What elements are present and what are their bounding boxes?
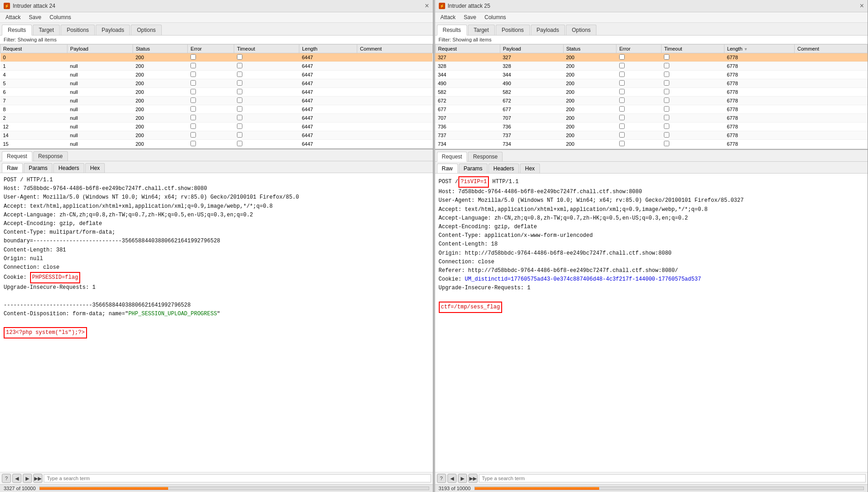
table-row[interactable]: 736 736 200 6778 bbox=[435, 123, 868, 131]
table-row[interactable]: 737 737 200 6778 bbox=[435, 131, 868, 140]
table-row[interactable]: 6 null 200 6447 bbox=[0, 88, 433, 97]
raw-tab-raw-right[interactable]: Raw bbox=[437, 164, 458, 173]
raw-tab-params-left[interactable]: Params bbox=[24, 163, 52, 173]
tab-options-left[interactable]: Options bbox=[131, 25, 161, 35]
col-comment-left[interactable]: Comment bbox=[357, 45, 432, 53]
search-next-btn-right[interactable]: ▶ bbox=[458, 474, 467, 483]
cell-status: 200 bbox=[133, 97, 187, 105]
col-length-left[interactable]: Length bbox=[299, 45, 357, 53]
cell-error bbox=[616, 71, 662, 79]
menu-attack-left[interactable]: Attack bbox=[2, 13, 24, 21]
data-table-right: Request Payload Status Error Timeout Len… bbox=[435, 44, 868, 149]
data-table-left: Request Payload Status Error Timeout Len… bbox=[0, 44, 433, 149]
table-row[interactable]: 15 null 200 6447 bbox=[0, 140, 433, 149]
close-button-right[interactable]: × bbox=[860, 2, 864, 10]
cell-error bbox=[616, 79, 662, 88]
search-clear-btn-left[interactable]: ▶▶ bbox=[33, 474, 42, 483]
tab-target-right[interactable]: Target bbox=[468, 25, 495, 35]
table-row[interactable]: 4 null 200 6447 bbox=[0, 71, 433, 79]
table-row[interactable]: 328 328 200 6778 bbox=[435, 62, 868, 71]
sub-tab-response-left[interactable]: Response bbox=[33, 151, 68, 161]
tab-options-right[interactable]: Options bbox=[566, 25, 596, 35]
search-input-right[interactable] bbox=[479, 474, 866, 482]
col-status-left[interactable]: Status bbox=[133, 45, 187, 53]
table-row[interactable]: 14 null 200 6447 bbox=[0, 131, 433, 140]
col-status-right[interactable]: Status bbox=[563, 45, 616, 53]
tab-results-right[interactable]: Results bbox=[437, 25, 467, 36]
table-row[interactable]: 582 582 200 6778 bbox=[435, 88, 868, 97]
req-line-1: POST / HTTP/1.1 bbox=[4, 176, 429, 184]
tab-positions-left[interactable]: Positions bbox=[61, 25, 95, 35]
table-row[interactable]: 5 null 200 6447 bbox=[0, 79, 433, 88]
search-prev-btn-left[interactable]: ◀ bbox=[12, 474, 21, 483]
cell-status: 200 bbox=[563, 79, 616, 88]
table-row[interactable]: 1 null 200 6447 bbox=[0, 62, 433, 71]
col-request-right[interactable]: Request bbox=[435, 45, 500, 53]
table-row[interactable]: 677 677 200 6778 bbox=[435, 105, 868, 114]
sub-tab-request-right[interactable]: Request bbox=[437, 152, 467, 162]
tab-payloads-left[interactable]: Payloads bbox=[96, 25, 130, 35]
raw-tab-raw-left[interactable]: Raw bbox=[2, 163, 23, 173]
cell-length: 6447 bbox=[299, 105, 357, 114]
cell-payload: null bbox=[67, 88, 133, 97]
search-clear-btn-right[interactable]: ▶▶ bbox=[468, 474, 478, 483]
close-button-left[interactable]: × bbox=[425, 2, 429, 10]
col-error-right[interactable]: Error bbox=[616, 45, 662, 53]
table-row[interactable]: 0 200 6447 bbox=[0, 53, 433, 62]
cell-comment bbox=[357, 105, 432, 114]
menu-attack-right[interactable]: Attack bbox=[437, 13, 459, 21]
table-row[interactable]: 672 672 200 6778 bbox=[435, 97, 868, 105]
table-row[interactable]: 490 490 200 6778 bbox=[435, 79, 868, 88]
cell-status: 200 bbox=[133, 53, 187, 62]
table-row[interactable]: 707 707 200 6778 bbox=[435, 114, 868, 123]
req-r-line-13: Upgrade-Insecure-Requests: 1 bbox=[439, 284, 864, 292]
tab-positions-right[interactable]: Positions bbox=[496, 25, 530, 35]
menu-save-right[interactable]: Save bbox=[460, 13, 480, 21]
main-tabs-right: Results Target Positions Payloads Option… bbox=[435, 23, 868, 36]
col-payload-right[interactable]: Payload bbox=[500, 45, 563, 53]
cell-timeout bbox=[661, 62, 724, 71]
col-length-right[interactable]: Length ▼ bbox=[724, 45, 794, 53]
req-resp-tabs-right: Request Response bbox=[435, 149, 868, 162]
table-row[interactable]: 734 734 200 6778 bbox=[435, 140, 868, 149]
table-row[interactable]: 8 null 200 6447 bbox=[0, 105, 433, 114]
raw-tab-headers-left[interactable]: Headers bbox=[53, 163, 84, 173]
table-row[interactable]: 344 344 200 6778 bbox=[435, 71, 868, 79]
req-r-line-10: Connection: close bbox=[439, 258, 864, 266]
sub-tab-request-left[interactable]: Request bbox=[2, 151, 32, 161]
cell-error bbox=[616, 123, 662, 131]
search-prev-btn-right[interactable]: ◀ bbox=[447, 474, 457, 483]
menu-columns-right[interactable]: Columns bbox=[481, 13, 509, 21]
col-error-left[interactable]: Error bbox=[188, 45, 234, 53]
search-help-btn-right[interactable]: ? bbox=[437, 474, 446, 483]
table-row[interactable]: 7 null 200 6447 bbox=[0, 97, 433, 105]
menu-save-left[interactable]: Save bbox=[25, 13, 45, 21]
tab-target-left[interactable]: Target bbox=[33, 25, 60, 35]
cell-length: 6447 bbox=[299, 114, 357, 123]
tab-results-left[interactable]: Results bbox=[2, 25, 32, 36]
cell-comment bbox=[795, 88, 868, 97]
table-row[interactable]: 12 null 200 6447 bbox=[0, 123, 433, 131]
raw-tab-headers-right[interactable]: Headers bbox=[488, 164, 519, 173]
menu-columns-left[interactable]: Columns bbox=[46, 13, 75, 21]
raw-tab-hex-left[interactable]: Hex bbox=[85, 163, 105, 173]
req-r-line-11: Referer: http://7d58bbdc-9764-4486-b6f8-… bbox=[439, 266, 864, 275]
search-input-left[interactable] bbox=[44, 474, 431, 482]
col-payload-left[interactable]: Payload bbox=[67, 45, 133, 53]
col-comment-right[interactable]: Comment bbox=[795, 45, 868, 53]
request-content-right: POST /?isVIP=1 HTTP/1.1 Host: 7d58bbdc-9… bbox=[435, 173, 868, 472]
search-next-btn-left[interactable]: ▶ bbox=[23, 474, 32, 483]
table-row[interactable]: 2 null 200 6447 bbox=[0, 114, 433, 123]
col-timeout-left[interactable]: Timeout bbox=[234, 45, 299, 53]
req-r-line-2: Host: 7d58bbdc-9764-4486-b6f8-ee249bc724… bbox=[439, 188, 864, 196]
sub-tab-response-right[interactable]: Response bbox=[468, 152, 503, 161]
raw-tab-hex-right[interactable]: Hex bbox=[520, 164, 539, 173]
req-line-4: Accept: text/html,application/xhtml+xml,… bbox=[4, 202, 429, 211]
col-request-left[interactable]: Request bbox=[0, 45, 67, 53]
cell-request: 15 bbox=[0, 140, 67, 149]
raw-tab-params-right[interactable]: Params bbox=[459, 164, 488, 173]
col-timeout-right[interactable]: Timeout bbox=[661, 45, 724, 53]
table-row[interactable]: 327 327 200 6778 bbox=[435, 53, 868, 62]
tab-payloads-right[interactable]: Payloads bbox=[531, 25, 565, 35]
search-help-btn-left[interactable]: ? bbox=[2, 474, 11, 483]
